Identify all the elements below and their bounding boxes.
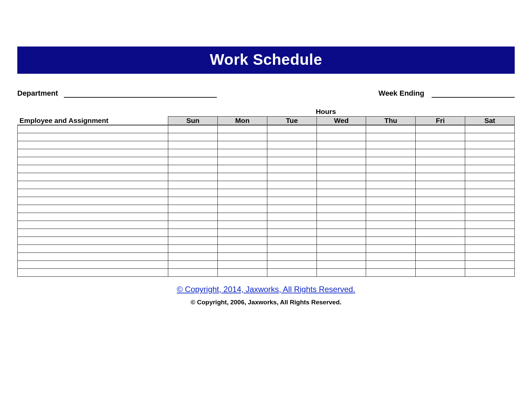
hours-cell[interactable] xyxy=(465,261,515,269)
hours-cell[interactable] xyxy=(317,237,366,245)
hours-cell[interactable] xyxy=(168,229,218,237)
employee-cell[interactable] xyxy=(18,213,168,221)
hours-cell[interactable] xyxy=(267,141,317,149)
hours-cell[interactable] xyxy=(267,165,317,173)
employee-cell[interactable] xyxy=(18,237,168,245)
hours-cell[interactable] xyxy=(218,189,267,197)
employee-cell[interactable] xyxy=(18,245,168,253)
employee-cell[interactable] xyxy=(18,157,168,165)
department-input[interactable] xyxy=(64,89,217,98)
hours-cell[interactable] xyxy=(168,165,218,173)
hours-cell[interactable] xyxy=(218,221,267,229)
hours-cell[interactable] xyxy=(465,205,515,213)
hours-cell[interactable] xyxy=(218,197,267,205)
hours-cell[interactable] xyxy=(168,141,218,149)
employee-cell[interactable] xyxy=(18,221,168,229)
hours-cell[interactable] xyxy=(416,245,465,253)
hours-cell[interactable] xyxy=(465,213,515,221)
hours-cell[interactable] xyxy=(267,157,317,165)
hours-cell[interactable] xyxy=(168,157,218,165)
hours-cell[interactable] xyxy=(267,253,317,261)
hours-cell[interactable] xyxy=(267,181,317,189)
hours-cell[interactable] xyxy=(465,141,515,149)
hours-cell[interactable] xyxy=(465,269,515,277)
hours-cell[interactable] xyxy=(366,141,416,149)
hours-cell[interactable] xyxy=(218,173,267,181)
hours-cell[interactable] xyxy=(317,229,366,237)
hours-cell[interactable] xyxy=(267,197,317,205)
hours-cell[interactable] xyxy=(366,197,416,205)
hours-cell[interactable] xyxy=(416,157,465,165)
hours-cell[interactable] xyxy=(317,173,366,181)
hours-cell[interactable] xyxy=(168,213,218,221)
hours-cell[interactable] xyxy=(366,157,416,165)
hours-cell[interactable] xyxy=(267,125,317,133)
hours-cell[interactable] xyxy=(168,149,218,157)
hours-cell[interactable] xyxy=(168,253,218,261)
hours-cell[interactable] xyxy=(465,157,515,165)
hours-cell[interactable] xyxy=(366,213,416,221)
hours-cell[interactable] xyxy=(218,229,267,237)
hours-cell[interactable] xyxy=(366,181,416,189)
hours-cell[interactable] xyxy=(366,133,416,141)
hours-cell[interactable] xyxy=(416,133,465,141)
hours-cell[interactable] xyxy=(218,269,267,277)
hours-cell[interactable] xyxy=(416,197,465,205)
hours-cell[interactable] xyxy=(366,149,416,157)
hours-cell[interactable] xyxy=(416,205,465,213)
hours-cell[interactable] xyxy=(366,237,416,245)
hours-cell[interactable] xyxy=(267,245,317,253)
hours-cell[interactable] xyxy=(465,221,515,229)
employee-cell[interactable] xyxy=(18,261,168,269)
hours-cell[interactable] xyxy=(416,173,465,181)
hours-cell[interactable] xyxy=(168,205,218,213)
employee-cell[interactable] xyxy=(18,125,168,133)
hours-cell[interactable] xyxy=(416,125,465,133)
hours-cell[interactable] xyxy=(317,205,366,213)
hours-cell[interactable] xyxy=(218,165,267,173)
hours-cell[interactable] xyxy=(168,245,218,253)
hours-cell[interactable] xyxy=(267,173,317,181)
hours-cell[interactable] xyxy=(416,181,465,189)
hours-cell[interactable] xyxy=(267,261,317,269)
hours-cell[interactable] xyxy=(168,125,218,133)
hours-cell[interactable] xyxy=(465,181,515,189)
hours-cell[interactable] xyxy=(168,197,218,205)
hours-cell[interactable] xyxy=(168,133,218,141)
hours-cell[interactable] xyxy=(416,141,465,149)
hours-cell[interactable] xyxy=(317,197,366,205)
hours-cell[interactable] xyxy=(267,269,317,277)
hours-cell[interactable] xyxy=(465,149,515,157)
hours-cell[interactable] xyxy=(366,221,416,229)
hours-cell[interactable] xyxy=(168,181,218,189)
employee-cell[interactable] xyxy=(18,205,168,213)
hours-cell[interactable] xyxy=(317,261,366,269)
hours-cell[interactable] xyxy=(317,181,366,189)
hours-cell[interactable] xyxy=(465,133,515,141)
hours-cell[interactable] xyxy=(317,165,366,173)
hours-cell[interactable] xyxy=(416,149,465,157)
hours-cell[interactable] xyxy=(366,165,416,173)
hours-cell[interactable] xyxy=(267,237,317,245)
hours-cell[interactable] xyxy=(416,189,465,197)
hours-cell[interactable] xyxy=(465,253,515,261)
hours-cell[interactable] xyxy=(366,253,416,261)
hours-cell[interactable] xyxy=(168,189,218,197)
hours-cell[interactable] xyxy=(317,149,366,157)
hours-cell[interactable] xyxy=(366,245,416,253)
hours-cell[interactable] xyxy=(168,221,218,229)
hours-cell[interactable] xyxy=(317,133,366,141)
hours-cell[interactable] xyxy=(317,125,366,133)
hours-cell[interactable] xyxy=(267,205,317,213)
hours-cell[interactable] xyxy=(218,205,267,213)
hours-cell[interactable] xyxy=(267,149,317,157)
hours-cell[interactable] xyxy=(218,213,267,221)
hours-cell[interactable] xyxy=(465,125,515,133)
hours-cell[interactable] xyxy=(218,157,267,165)
hours-cell[interactable] xyxy=(168,269,218,277)
employee-cell[interactable] xyxy=(18,141,168,149)
hours-cell[interactable] xyxy=(366,261,416,269)
hours-cell[interactable] xyxy=(218,125,267,133)
hours-cell[interactable] xyxy=(317,269,366,277)
hours-cell[interactable] xyxy=(416,213,465,221)
